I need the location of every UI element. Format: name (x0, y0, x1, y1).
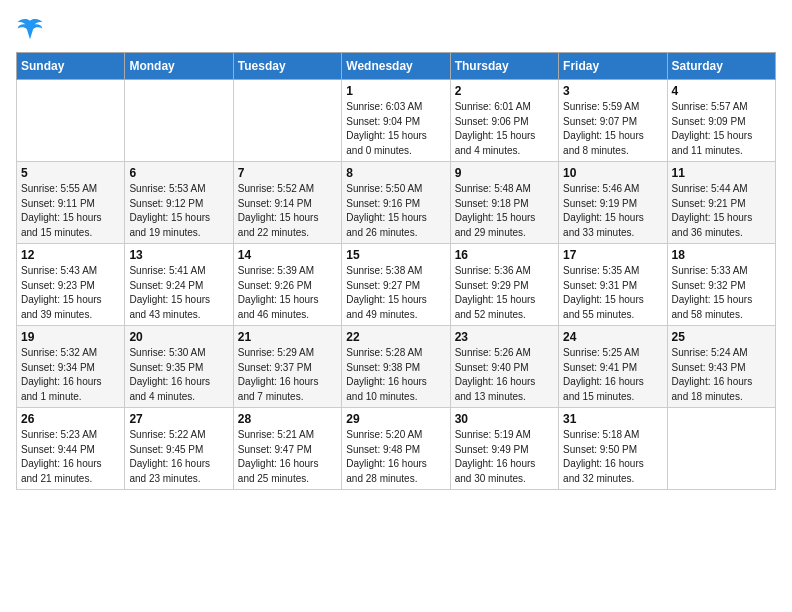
logo-bird-icon (16, 16, 44, 44)
calendar-cell: 25Sunrise: 5:24 AM Sunset: 9:43 PM Dayli… (667, 326, 775, 408)
day-number: 13 (129, 248, 228, 262)
day-info: Sunrise: 5:29 AM Sunset: 9:37 PM Dayligh… (238, 346, 337, 404)
day-info: Sunrise: 5:53 AM Sunset: 9:12 PM Dayligh… (129, 182, 228, 240)
week-row-3: 12Sunrise: 5:43 AM Sunset: 9:23 PM Dayli… (17, 244, 776, 326)
calendar-cell (125, 80, 233, 162)
calendar-cell: 4Sunrise: 5:57 AM Sunset: 9:09 PM Daylig… (667, 80, 775, 162)
day-info: Sunrise: 5:32 AM Sunset: 9:34 PM Dayligh… (21, 346, 120, 404)
day-number: 6 (129, 166, 228, 180)
day-info: Sunrise: 5:24 AM Sunset: 9:43 PM Dayligh… (672, 346, 771, 404)
calendar-cell: 28Sunrise: 5:21 AM Sunset: 9:47 PM Dayli… (233, 408, 341, 490)
calendar-cell: 12Sunrise: 5:43 AM Sunset: 9:23 PM Dayli… (17, 244, 125, 326)
calendar-cell: 14Sunrise: 5:39 AM Sunset: 9:26 PM Dayli… (233, 244, 341, 326)
day-number: 8 (346, 166, 445, 180)
day-info: Sunrise: 5:28 AM Sunset: 9:38 PM Dayligh… (346, 346, 445, 404)
day-number: 25 (672, 330, 771, 344)
day-number: 5 (21, 166, 120, 180)
day-info: Sunrise: 5:35 AM Sunset: 9:31 PM Dayligh… (563, 264, 662, 322)
day-number: 29 (346, 412, 445, 426)
day-number: 2 (455, 84, 554, 98)
calendar-cell (233, 80, 341, 162)
day-info: Sunrise: 5:52 AM Sunset: 9:14 PM Dayligh… (238, 182, 337, 240)
calendar-cell: 24Sunrise: 5:25 AM Sunset: 9:41 PM Dayli… (559, 326, 667, 408)
day-number: 22 (346, 330, 445, 344)
calendar-cell: 20Sunrise: 5:30 AM Sunset: 9:35 PM Dayli… (125, 326, 233, 408)
day-number: 24 (563, 330, 662, 344)
day-info: Sunrise: 5:23 AM Sunset: 9:44 PM Dayligh… (21, 428, 120, 486)
day-number: 17 (563, 248, 662, 262)
weekday-header-sunday: Sunday (17, 53, 125, 80)
day-number: 1 (346, 84, 445, 98)
day-info: Sunrise: 5:43 AM Sunset: 9:23 PM Dayligh… (21, 264, 120, 322)
day-number: 14 (238, 248, 337, 262)
day-info: Sunrise: 5:19 AM Sunset: 9:49 PM Dayligh… (455, 428, 554, 486)
day-info: Sunrise: 5:46 AM Sunset: 9:19 PM Dayligh… (563, 182, 662, 240)
calendar-cell: 21Sunrise: 5:29 AM Sunset: 9:37 PM Dayli… (233, 326, 341, 408)
day-number: 21 (238, 330, 337, 344)
day-number: 10 (563, 166, 662, 180)
calendar-cell: 7Sunrise: 5:52 AM Sunset: 9:14 PM Daylig… (233, 162, 341, 244)
calendar-cell: 13Sunrise: 5:41 AM Sunset: 9:24 PM Dayli… (125, 244, 233, 326)
day-number: 28 (238, 412, 337, 426)
week-row-2: 5Sunrise: 5:55 AM Sunset: 9:11 PM Daylig… (17, 162, 776, 244)
day-info: Sunrise: 5:44 AM Sunset: 9:21 PM Dayligh… (672, 182, 771, 240)
day-info: Sunrise: 5:57 AM Sunset: 9:09 PM Dayligh… (672, 100, 771, 158)
day-number: 26 (21, 412, 120, 426)
weekday-header-wednesday: Wednesday (342, 53, 450, 80)
day-info: Sunrise: 5:48 AM Sunset: 9:18 PM Dayligh… (455, 182, 554, 240)
calendar-cell: 26Sunrise: 5:23 AM Sunset: 9:44 PM Dayli… (17, 408, 125, 490)
calendar-cell: 17Sunrise: 5:35 AM Sunset: 9:31 PM Dayli… (559, 244, 667, 326)
calendar-cell: 3Sunrise: 5:59 AM Sunset: 9:07 PM Daylig… (559, 80, 667, 162)
day-info: Sunrise: 6:01 AM Sunset: 9:06 PM Dayligh… (455, 100, 554, 158)
week-row-5: 26Sunrise: 5:23 AM Sunset: 9:44 PM Dayli… (17, 408, 776, 490)
day-info: Sunrise: 5:20 AM Sunset: 9:48 PM Dayligh… (346, 428, 445, 486)
calendar-cell: 16Sunrise: 5:36 AM Sunset: 9:29 PM Dayli… (450, 244, 558, 326)
day-number: 16 (455, 248, 554, 262)
day-info: Sunrise: 5:50 AM Sunset: 9:16 PM Dayligh… (346, 182, 445, 240)
calendar-cell: 15Sunrise: 5:38 AM Sunset: 9:27 PM Dayli… (342, 244, 450, 326)
calendar-cell: 11Sunrise: 5:44 AM Sunset: 9:21 PM Dayli… (667, 162, 775, 244)
day-info: Sunrise: 5:30 AM Sunset: 9:35 PM Dayligh… (129, 346, 228, 404)
day-info: Sunrise: 5:59 AM Sunset: 9:07 PM Dayligh… (563, 100, 662, 158)
day-info: Sunrise: 5:33 AM Sunset: 9:32 PM Dayligh… (672, 264, 771, 322)
day-number: 23 (455, 330, 554, 344)
day-number: 19 (21, 330, 120, 344)
day-number: 3 (563, 84, 662, 98)
day-number: 11 (672, 166, 771, 180)
weekday-header-monday: Monday (125, 53, 233, 80)
day-number: 20 (129, 330, 228, 344)
day-info: Sunrise: 5:55 AM Sunset: 9:11 PM Dayligh… (21, 182, 120, 240)
day-info: Sunrise: 5:26 AM Sunset: 9:40 PM Dayligh… (455, 346, 554, 404)
calendar-cell: 29Sunrise: 5:20 AM Sunset: 9:48 PM Dayli… (342, 408, 450, 490)
day-info: Sunrise: 5:25 AM Sunset: 9:41 PM Dayligh… (563, 346, 662, 404)
weekday-header-saturday: Saturday (667, 53, 775, 80)
calendar-cell: 19Sunrise: 5:32 AM Sunset: 9:34 PM Dayli… (17, 326, 125, 408)
calendar-cell: 27Sunrise: 5:22 AM Sunset: 9:45 PM Dayli… (125, 408, 233, 490)
day-info: Sunrise: 5:21 AM Sunset: 9:47 PM Dayligh… (238, 428, 337, 486)
weekday-header-friday: Friday (559, 53, 667, 80)
weekday-header-row: SundayMondayTuesdayWednesdayThursdayFrid… (17, 53, 776, 80)
day-number: 7 (238, 166, 337, 180)
calendar-cell: 30Sunrise: 5:19 AM Sunset: 9:49 PM Dayli… (450, 408, 558, 490)
calendar-cell: 10Sunrise: 5:46 AM Sunset: 9:19 PM Dayli… (559, 162, 667, 244)
day-info: Sunrise: 5:36 AM Sunset: 9:29 PM Dayligh… (455, 264, 554, 322)
day-info: Sunrise: 5:39 AM Sunset: 9:26 PM Dayligh… (238, 264, 337, 322)
calendar-cell: 31Sunrise: 5:18 AM Sunset: 9:50 PM Dayli… (559, 408, 667, 490)
logo (16, 16, 48, 44)
page-header (16, 16, 776, 44)
calendar-cell (17, 80, 125, 162)
calendar-cell: 23Sunrise: 5:26 AM Sunset: 9:40 PM Dayli… (450, 326, 558, 408)
day-number: 15 (346, 248, 445, 262)
day-number: 18 (672, 248, 771, 262)
calendar-cell: 8Sunrise: 5:50 AM Sunset: 9:16 PM Daylig… (342, 162, 450, 244)
weekday-header-thursday: Thursday (450, 53, 558, 80)
day-info: Sunrise: 5:41 AM Sunset: 9:24 PM Dayligh… (129, 264, 228, 322)
day-info: Sunrise: 5:38 AM Sunset: 9:27 PM Dayligh… (346, 264, 445, 322)
day-number: 4 (672, 84, 771, 98)
calendar-cell: 5Sunrise: 5:55 AM Sunset: 9:11 PM Daylig… (17, 162, 125, 244)
day-number: 27 (129, 412, 228, 426)
week-row-4: 19Sunrise: 5:32 AM Sunset: 9:34 PM Dayli… (17, 326, 776, 408)
week-row-1: 1Sunrise: 6:03 AM Sunset: 9:04 PM Daylig… (17, 80, 776, 162)
calendar-cell: 9Sunrise: 5:48 AM Sunset: 9:18 PM Daylig… (450, 162, 558, 244)
day-info: Sunrise: 6:03 AM Sunset: 9:04 PM Dayligh… (346, 100, 445, 158)
